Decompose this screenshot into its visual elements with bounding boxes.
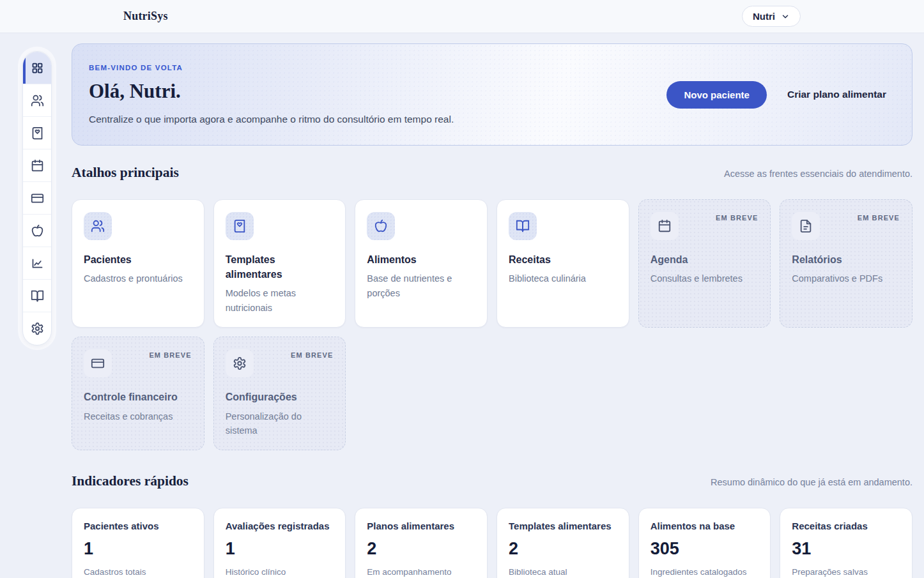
card-title: Agenda	[651, 252, 759, 267]
user-menu-button[interactable]: Nutri	[742, 6, 801, 27]
users-icon	[31, 94, 44, 107]
book-heart-icon	[226, 212, 254, 240]
chart-line-icon	[31, 257, 44, 270]
stat-value: 305	[651, 539, 759, 559]
credit-card-icon	[31, 192, 44, 205]
sidebar-item-financeiro[interactable]	[23, 182, 51, 215]
sidebar-item-templates[interactable]	[23, 117, 51, 149]
card-title: Templates alimentares	[226, 252, 334, 282]
card-subtitle: Base de nutrientes e porções	[367, 271, 475, 300]
new-patient-button[interactable]: Novo paciente	[666, 81, 767, 109]
stat-caption: Histórico clínico	[226, 567, 334, 577]
card-subtitle: Comparativos e PDFs	[792, 271, 900, 285]
card-subtitle: Biblioteca culinária	[509, 271, 617, 285]
stat-caption: Em acompanhamento	[367, 567, 475, 577]
book-heart-icon	[31, 126, 44, 140]
shortcut-card-financeiro: EM BREVE Controle financeiro Receitas e …	[72, 337, 204, 450]
sidebar-item-relatorios[interactable]	[23, 247, 51, 280]
stat-value: 1	[84, 539, 192, 559]
stat-caption: Cadastros totais	[84, 567, 192, 577]
stat-label: Planos alimentares	[367, 521, 475, 531]
main-content: BEM-VINDO DE VOLTA Olá, Nutri. Centraliz…	[0, 33, 924, 578]
stat-caption: Ingredientes catalogados	[651, 567, 759, 577]
stat-card-planos: Planos alimentares 2 Em acompanhamento	[355, 508, 488, 578]
users-icon	[84, 212, 112, 240]
app-logo[interactable]: NutriSys	[123, 10, 168, 23]
card-title: Alimentos	[367, 252, 475, 267]
shortcut-card-alimentos[interactable]: Alimentos Base de nutrientes e porções	[355, 199, 488, 328]
card-subtitle: Receitas e cobranças	[84, 409, 192, 423]
stat-label: Alimentos na base	[651, 521, 759, 531]
shortcuts-row-2: EM BREVE Controle financeiro Receitas e …	[72, 337, 912, 450]
card-subtitle: Modelos e metas nutricionais	[226, 286, 334, 315]
stat-label: Avaliações registradas	[226, 521, 334, 531]
coming-soon-badge: EM BREVE	[291, 351, 333, 359]
stat-value: 2	[509, 539, 617, 559]
topbar: NutriSys Nutri	[0, 0, 924, 33]
card-title: Relatórios	[792, 252, 900, 267]
apple-icon	[31, 224, 44, 238]
card-title: Controle financeiro	[84, 390, 192, 404]
user-menu-label: Nutri	[753, 11, 775, 22]
shortcuts-row-1: Pacientes Cadastros e prontuários Templa…	[72, 199, 912, 328]
stat-value: 1	[226, 539, 334, 559]
stat-card-pacientes-ativos: Pacientes ativos 1 Cadastros totais	[72, 508, 204, 578]
gear-icon	[31, 322, 44, 335]
stat-caption: Preparações salvas	[792, 567, 900, 577]
stat-card-templates: Templates alimentares 2 Biblioteca atual	[497, 508, 629, 578]
shortcut-card-templates[interactable]: Templates alimentares Modelos e metas nu…	[213, 199, 346, 328]
grid-icon	[31, 61, 44, 75]
card-subtitle: Consultas e lembretes	[651, 271, 759, 285]
shortcut-card-pacientes[interactable]: Pacientes Cadastros e prontuários	[72, 199, 204, 328]
indicators-caption: Resumo dinâmico do que já está em andame…	[711, 477, 912, 487]
stat-value: 2	[367, 539, 475, 559]
sidebar-item-dashboard[interactable]	[23, 52, 51, 84]
sidebar-item-receitas[interactable]	[23, 280, 51, 312]
stat-label: Pacientes ativos	[84, 521, 192, 531]
welcome-actions: Novo paciente Criar plano alimentar	[666, 81, 886, 109]
document-icon	[792, 212, 820, 240]
stat-label: Receitas criadas	[792, 521, 900, 531]
shortcut-card-configuracoes: EM BREVE Configurações Personalização do…	[213, 337, 346, 450]
stat-caption: Biblioteca atual	[509, 567, 617, 577]
coming-soon-badge: EM BREVE	[149, 351, 191, 359]
card-subtitle: Cadastros e prontuários	[84, 271, 192, 285]
stat-label: Templates alimentares	[509, 521, 617, 531]
stat-card-avaliacoes: Avaliações registradas 1 Histórico clíni…	[213, 508, 346, 578]
sidebar-item-agenda[interactable]	[23, 149, 51, 182]
calendar-icon	[651, 212, 679, 240]
sidebar-item-configuracoes[interactable]	[23, 312, 51, 345]
shortcuts-caption: Acesse as frentes essenciais do atendime…	[724, 169, 912, 179]
gear-icon	[226, 349, 254, 377]
sidebar-item-alimentos[interactable]	[23, 215, 51, 247]
welcome-subtitle: Centralize o que importa agora e acompan…	[89, 114, 454, 125]
card-title: Configurações	[226, 390, 334, 404]
welcome-title: Olá, Nutri.	[89, 80, 454, 103]
stat-value: 31	[792, 539, 900, 559]
shortcuts-header: Atalhos principais Acesse as frentes ess…	[72, 165, 912, 181]
sidebar	[18, 47, 56, 350]
indicators-title: Indicadores rápidos	[72, 473, 189, 489]
chevron-down-icon	[781, 12, 790, 21]
stat-card-alimentos: Alimentos na base 305 Ingredientes catal…	[638, 508, 771, 578]
create-meal-plan-button[interactable]: Criar plano alimentar	[787, 89, 886, 100]
card-title: Pacientes	[84, 252, 192, 267]
shortcuts-title: Atalhos principais	[72, 165, 179, 181]
welcome-banner: BEM-VINDO DE VOLTA Olá, Nutri. Centraliz…	[72, 43, 912, 146]
apple-icon	[367, 212, 395, 240]
open-book-icon	[31, 289, 44, 303]
calendar-icon	[31, 159, 44, 172]
shortcut-card-relatorios: EM BREVE Relatórios Comparativos e PDFs	[780, 199, 912, 328]
card-subtitle: Personalização do sistema	[226, 409, 334, 438]
open-book-icon	[509, 212, 537, 240]
credit-card-icon	[84, 349, 112, 377]
coming-soon-badge: EM BREVE	[858, 214, 900, 222]
shortcut-card-agenda: EM BREVE Agenda Consultas e lembretes	[638, 199, 771, 328]
sidebar-item-pacientes[interactable]	[23, 84, 51, 117]
indicators-row: Pacientes ativos 1 Cadastros totais Aval…	[72, 508, 912, 578]
welcome-eyebrow: BEM-VINDO DE VOLTA	[89, 64, 454, 72]
welcome-text: BEM-VINDO DE VOLTA Olá, Nutri. Centraliz…	[89, 64, 454, 125]
card-title: Receitas	[509, 252, 617, 267]
shortcut-card-receitas[interactable]: Receitas Biblioteca culinária	[497, 199, 629, 328]
stat-card-receitas: Receitas criadas 31 Preparações salvas	[780, 508, 912, 578]
